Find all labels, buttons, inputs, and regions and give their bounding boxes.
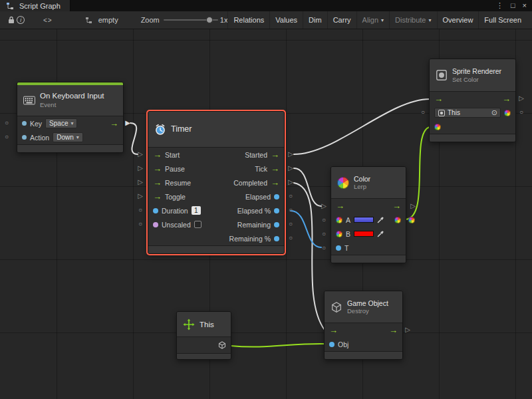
timer-pause-port[interactable]: → — [153, 166, 162, 172]
dim-label: Dim — [309, 16, 322, 24]
setcolor-flow-outer-triangle[interactable]: ▷ — [517, 94, 525, 103]
timer-resume-port[interactable]: → — [153, 180, 162, 186]
lerp-t-label: T — [344, 244, 348, 252]
lerp-t-outer-circle[interactable]: ○ — [320, 243, 328, 253]
node-timer[interactable]: Timer →Start Started→ →Pause Tick→ →Resu… — [148, 111, 285, 254]
destroy-flow-in-port[interactable]: → — [329, 327, 338, 334]
close-icon[interactable]: × — [523, 0, 527, 11]
lerp-a-port[interactable] — [336, 217, 342, 223]
setcolor-color-in-port[interactable] — [434, 124, 441, 130]
keyboard-outer-flow-triangle[interactable]: ▶ — [124, 118, 132, 128]
lerp-flow-in-port[interactable]: → — [336, 203, 344, 209]
color-swatch-a[interactable] — [354, 217, 374, 223]
action-dropdown[interactable]: Down ▾ — [53, 132, 83, 142]
timer-unscaled-outer-circle[interactable]: ○ — [136, 219, 144, 229]
lerp-flow-in-outer-triangle[interactable]: ▷ — [320, 201, 328, 211]
timer-toggle-outer-triangle[interactable]: ▷ — [136, 192, 144, 201]
timer-elapsed-pct-outer-circle[interactable]: ○ — [287, 205, 295, 215]
keyboard-outer-port-circle[interactable]: ○ — [3, 118, 11, 128]
setcolor-out-outer-circle[interactable]: ○ — [517, 108, 525, 117]
timer-completed-outer-triangle[interactable]: ▷ — [287, 178, 295, 187]
lerp-flow-out-port[interactable]: → — [392, 203, 401, 209]
setcolor-target-field[interactable]: This ⊙ — [434, 108, 501, 118]
timer-pause-outer-triangle[interactable]: ▷ — [136, 164, 144, 173]
window-menu-icon[interactable]: ⋮ — [496, 0, 503, 11]
keyboard-node-header[interactable]: On Keyboard Input Event — [17, 85, 123, 116]
lerp-node-header[interactable]: Color Lerp — [331, 167, 406, 199]
destroy-flow-out-port[interactable]: → — [389, 327, 398, 334]
destroy-obj-port[interactable] — [329, 342, 334, 347]
object-picker-icon[interactable]: ⊙ — [491, 109, 497, 116]
timer-unscaled-port[interactable] — [153, 222, 158, 227]
timer-resume-outer-triangle[interactable]: ▷ — [136, 178, 144, 187]
timer-elapsed-pct-port[interactable] — [274, 208, 279, 213]
destroy-flow-out-outer-triangle[interactable]: ▷ — [404, 325, 412, 334]
timer-started-outer-triangle[interactable]: ▷ — [287, 150, 295, 159]
this-output-port[interactable] — [218, 341, 226, 349]
color-swatch-b[interactable] — [354, 231, 374, 237]
timer-started-port[interactable]: → — [271, 152, 279, 158]
node-set-color[interactable]: Sprite Renderer Set Color → → This ⊙ — [429, 59, 516, 142]
node-destroy[interactable]: Game Object Destroy → → Obj — [324, 291, 403, 360]
timer-remaining-pct-outer-circle[interactable]: ○ — [287, 233, 295, 243]
timer-elapsed-port[interactable] — [274, 194, 279, 200]
node-color-lerp[interactable]: Color Lerp → → A B T — [331, 166, 406, 263]
chevron-down-icon: ▾ — [76, 134, 79, 140]
relations-button[interactable]: Relations — [227, 11, 269, 29]
timer-tick-outer-triangle[interactable]: ▷ — [287, 164, 295, 173]
tab-script-graph[interactable]: Script Graph — [0, 0, 70, 11]
action-port[interactable] — [22, 135, 27, 140]
timer-node-header[interactable]: Timer — [148, 112, 284, 148]
timer-remaining-port[interactable] — [274, 222, 279, 227]
align-dropdown[interactable]: Align▾ — [356, 11, 389, 29]
values-button[interactable]: Values — [269, 11, 303, 29]
timer-tick-port[interactable]: → — [271, 166, 279, 172]
code-view-icon[interactable]: <> — [43, 17, 53, 24]
timer-remaining-outer-circle[interactable]: ○ — [287, 219, 295, 229]
carry-button[interactable]: Carry — [327, 11, 356, 29]
setcolor-flow-in-port[interactable]: → — [434, 96, 443, 102]
lerp-result-port[interactable] — [394, 217, 401, 223]
distribute-dropdown[interactable]: Distribute▾ — [389, 11, 436, 29]
node-on-keyboard-input[interactable]: On Keyboard Input Event Key Space ▾ → Ac… — [17, 82, 124, 153]
zoom-slider[interactable] — [164, 15, 216, 25]
dim-button[interactable]: Dim — [303, 11, 327, 29]
zoom-slider-handle[interactable] — [206, 17, 213, 23]
timer-elapsed-outer-circle[interactable]: ○ — [287, 192, 295, 201]
setcolor-target-outer-circle[interactable]: ○ — [419, 108, 427, 117]
key-port[interactable] — [22, 121, 27, 126]
setcolor-flow-out-port[interactable]: → — [502, 96, 511, 102]
timer-duration-outer-circle[interactable]: ○ — [136, 205, 144, 215]
timer-remaining-pct-port[interactable] — [274, 236, 279, 241]
timer-duration-port[interactable] — [153, 208, 158, 213]
eyedropper-icon[interactable] — [377, 230, 384, 237]
unscaled-checkbox[interactable] — [194, 221, 201, 228]
lerp-flow-out-outer-triangle[interactable]: ▷ — [409, 201, 417, 211]
eyedropper-icon[interactable] — [377, 216, 384, 223]
keyboard-outer-port-circle[interactable]: ○ — [3, 132, 11, 142]
node-this[interactable]: This — [176, 311, 231, 360]
node-subtitle: Event — [40, 101, 104, 108]
duration-input[interactable]: 1 — [192, 206, 201, 215]
destroy-node-header[interactable]: Game Object Destroy — [325, 291, 402, 323]
maximize-icon[interactable]: □ — [511, 0, 515, 11]
setcolor-renderer-out-port[interactable] — [504, 110, 511, 116]
keyboard-flow-output-port[interactable]: → — [110, 120, 118, 127]
lerp-b-outer-circle[interactable]: ○ — [320, 229, 328, 239]
timer-start-port[interactable]: → — [153, 152, 162, 158]
lerp-t-port[interactable] — [336, 245, 341, 251]
graph-source-indicator[interactable]: empty — [83, 14, 118, 26]
this-node-header[interactable]: This — [177, 312, 231, 337]
lerp-a-outer-circle[interactable]: ○ — [320, 215, 328, 225]
timer-toggle-port[interactable]: → — [153, 194, 162, 200]
setcolor-node-header[interactable]: Sprite Renderer Set Color — [430, 59, 515, 92]
lerp-result-outer-port[interactable] — [408, 217, 415, 223]
lerp-b-port[interactable] — [336, 231, 342, 237]
timer-start-outer-triangle[interactable]: ▷ — [136, 150, 144, 159]
key-dropdown[interactable]: Space ▾ — [45, 118, 77, 128]
fullscreen-button[interactable]: Full Screen — [478, 11, 527, 29]
overview-button[interactable]: Overview — [437, 11, 479, 29]
timer-completed-port[interactable]: → — [271, 180, 279, 186]
lock-icon[interactable] — [5, 14, 17, 26]
info-icon[interactable]: i — [17, 16, 25, 24]
